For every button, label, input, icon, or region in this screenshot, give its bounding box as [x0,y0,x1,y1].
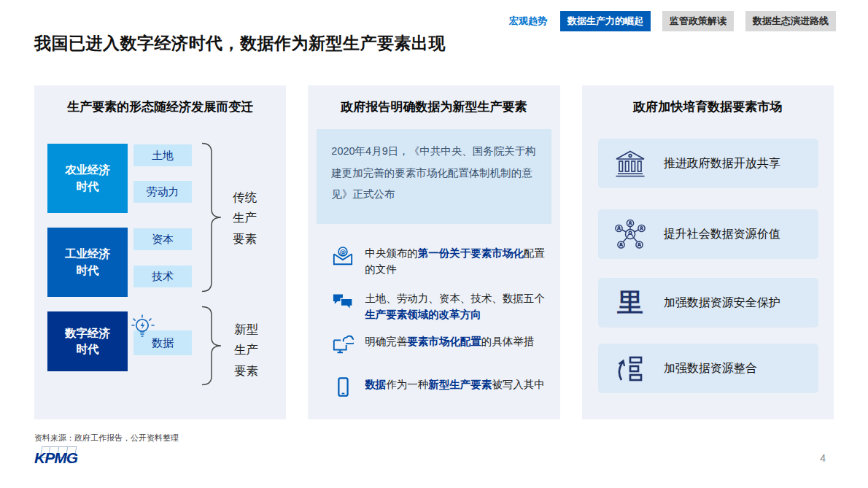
cloud-computing-icon [332,333,355,358]
panel-government-report: 政府报告明确数据为新型生产要素 2020年4月9日，《中共中央、国务院关于构建更… [308,85,559,419]
bullet-text: 明确完善要素市场化配置的具体举措 [365,333,534,350]
factor-chip-capital: 资本 [133,228,192,250]
card-data-security-protection: 里 加强数据资源安全保护 [598,278,818,328]
factor-chip-land: 土地 [133,144,192,166]
lightbulb-icon [131,314,155,345]
bullet-text: 数据作为一种新型生产要素被写入其中 [365,376,545,393]
nav-tab-data-ecosystem-roadmap[interactable]: 数据生态演进路线 [745,11,836,31]
card-label: 推进政府数据开放共享 [664,156,780,171]
right-panel-header: 政府加快培育数据要素市场 [582,85,834,115]
source-note: 资料来源：政府工作报告，公开资料整理 [34,433,179,444]
nav-tab-data-productivity-rise[interactable]: 数据生产力的崛起 [560,11,651,31]
bullet-five-factor-reform: 土地、劳动力、资本、技术、数据五个生产要素领域的改革方向 [332,290,551,323]
smartphone-icon [332,376,355,401]
kpmg-logo-text: KPMG [34,449,77,467]
era-box-industrial: 工业经济时代 [47,228,128,297]
card-label: 提升社会数据资源价值 [664,227,780,242]
page-number: 4 [820,452,826,464]
top-navigation: 宏观趋势 数据生产力的崛起 监管政策解读 数据生态演进路线 [508,11,836,31]
svg-text:@: @ [340,248,346,255]
label-traditional-production-factors: 传统生产要素 [233,187,260,249]
government-building-icon [611,148,649,179]
panel-data-factor-market: 政府加快培育数据要素市场 推进政府数据开放共享 [582,85,834,419]
bullet-data-written-in: 数据作为一种新型生产要素被写入其中 [332,376,551,401]
bullet-first-document: @ 中央颁布的第一份关于要素市场化配置的文件 [332,245,551,278]
middle-panel-header: 政府报告明确数据为新型生产要素 [308,85,559,115]
left-panel-header: 生产要素的形态随经济发展而变迁 [34,85,286,115]
page-title: 我国已进入数字经济时代，数据作为新型生产要素出现 [34,32,446,55]
era-digital-label: 数字经济时代 [63,325,112,358]
era-box-agricultural: 农业经济时代 [47,144,128,213]
card-label: 加强数据资源安全保护 [664,295,780,311]
brace-new-factors [201,306,222,386]
envelope-at-icon: @ [332,245,355,270]
card-label: 加强数据资源整合 [664,361,757,376]
card-social-data-value: 提升社会数据资源价值 [598,209,818,259]
data-security-icon: 里 [611,290,649,316]
era-box-digital: 数字经济时代 [47,311,128,371]
panel-production-factors-evolution: 生产要素的形态随经济发展而变迁 农业经济时代 工业经济时代 数字经济时代 土地 … [34,85,286,419]
factor-chip-technology: 技术 [133,266,192,287]
nav-link-macro-trends[interactable]: 宏观趋势 [508,11,549,31]
kpmg-logo: KPMG [34,446,93,470]
chat-bubbles-icon [332,290,355,314]
factor-chip-labor: 劳动力 [133,181,192,203]
bullet-text: 中央颁布的第一份关于要素市场化配置的文件 [365,245,551,278]
data-integration-icon [611,352,649,384]
era-agricultural-label: 农业经济时代 [63,162,112,195]
people-network-icon [611,217,649,251]
bullet-market-allocation-measures: 明确完善要素市场化配置的具体举措 [332,333,551,358]
brace-traditional-factors [201,142,222,293]
nav-tab-regulation-policy[interactable]: 监管政策解读 [662,11,734,31]
label-new-production-factors: 新型生产要素 [234,319,262,381]
content-panels: 生产要素的形态随经济发展而变迁 农业经济时代 工业经济时代 数字经济时代 土地 … [34,85,834,419]
card-data-integration: 加强数据资源整合 [598,344,818,393]
card-open-government-data: 推进政府数据开放共享 [598,139,818,188]
policy-announcement-box: 2020年4月9日，《中共中央、国务院关于构建更加完善的要素市场化配置体制机制的… [317,129,551,224]
era-industrial-label: 工业经济时代 [63,246,112,279]
bullet-text: 土地、劳动力、资本、技术、数据五个生产要素领域的改革方向 [365,290,551,323]
